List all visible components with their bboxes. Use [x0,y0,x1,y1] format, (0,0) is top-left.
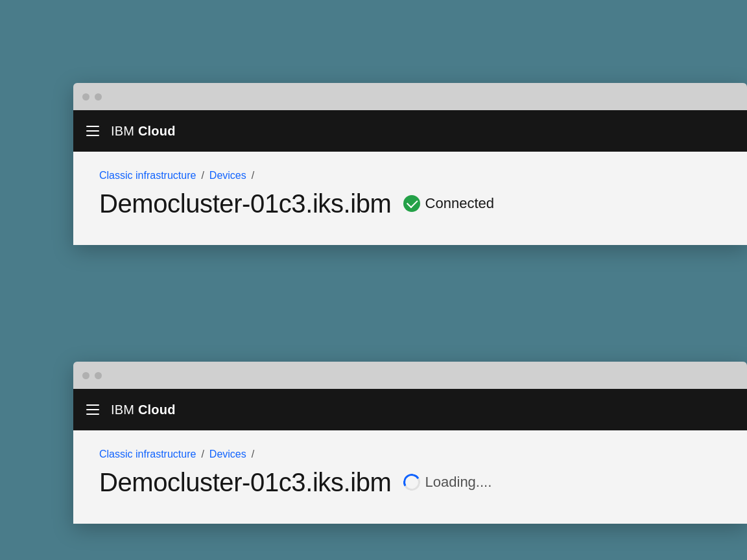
breadcrumb-sep-3: / [201,449,204,460]
status-text-bottom: Loading.... [425,474,492,491]
browser-chrome-bottom [73,362,747,389]
breadcrumb-sep-2: / [252,170,254,181]
breadcrumb-bottom: Classic infrastructure / Devices / [99,449,721,460]
browser-chrome-top [73,83,747,110]
hamburger-menu-icon[interactable] [86,126,99,136]
page-title-row-bottom: Democluster-01c3.iks.ibm Loading.... [99,467,721,498]
status-text-top: Connected [425,195,494,212]
navbar-top: IBM Cloud [73,110,747,152]
status-badge-bottom: Loading.... [403,474,492,491]
hamburger-menu-icon-bottom[interactable] [86,404,99,415]
page-title-bottom: Democluster-01c3.iks.ibm [99,467,392,498]
breadcrumb-sep-4: / [252,449,254,460]
window-dot-3 [82,372,89,379]
breadcrumb-sep-1: / [201,170,204,181]
status-badge-top: Connected [403,195,494,212]
browser-window-bottom: IBM Cloud Classic infrastructure / Devic… [73,362,747,524]
window-dot-2 [95,93,102,100]
window-dot-4 [95,372,102,379]
page-title-row-top: Democluster-01c3.iks.ibm Connected [99,188,721,219]
window-dot-1 [82,93,89,100]
breadcrumb-devices-bottom[interactable]: Devices [209,449,246,460]
navbar-bottom: IBM Cloud [73,389,747,430]
breadcrumb-devices-top[interactable]: Devices [209,170,246,181]
page-title-top: Democluster-01c3.iks.ibm [99,188,392,219]
browser-window-top: IBM Cloud Classic infrastructure / Devic… [73,83,747,245]
page-content-bottom: Classic infrastructure / Devices / Democ… [73,430,747,524]
connected-icon [403,195,420,212]
loading-spinner-icon [400,471,422,493]
breadcrumb-classic-infra-top[interactable]: Classic infrastructure [99,170,196,181]
page-content-top: Classic infrastructure / Devices / Democ… [73,152,747,245]
brand-logo-bottom: IBM Cloud [111,402,176,417]
brand-logo-top: IBM Cloud [111,124,176,139]
breadcrumb-top: Classic infrastructure / Devices / [99,170,721,181]
breadcrumb-classic-infra-bottom[interactable]: Classic infrastructure [99,449,196,460]
